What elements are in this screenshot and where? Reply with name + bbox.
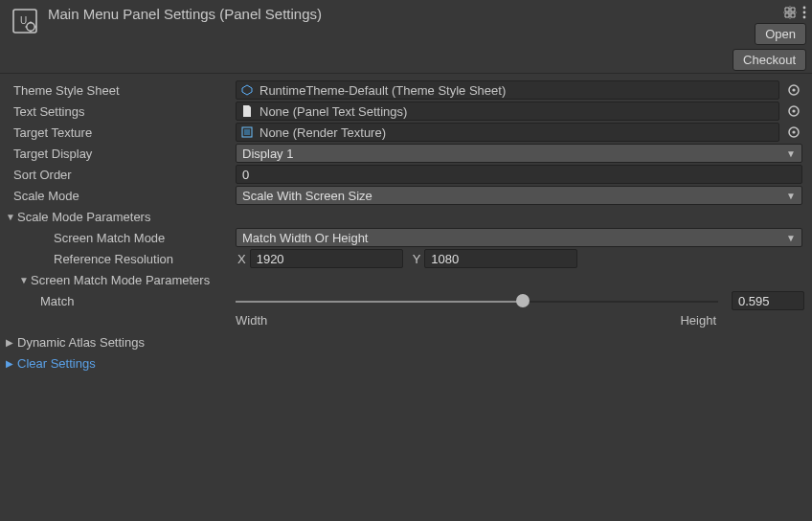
match-slider[interactable] <box>236 292 718 309</box>
inspector-title: Main Menu Panel Settings (Panel Settings… <box>48 4 733 22</box>
target-texture-field[interactable]: None (Render Texture) <box>236 123 779 142</box>
target-display-value: Display 1 <box>242 147 293 161</box>
screen-match-mode-value: Match Width Or Height <box>242 231 369 245</box>
svg-point-3 <box>803 7 806 10</box>
object-picker-icon[interactable] <box>785 124 802 141</box>
open-button[interactable]: Open <box>755 23 806 45</box>
foldout-closed-icon[interactable]: ▶ <box>6 358 15 369</box>
text-settings-value: None (Panel Text Settings) <box>259 104 407 119</box>
target-display-dropdown[interactable]: Display 1 ▼ <box>236 144 802 163</box>
render-texture-icon <box>240 125 254 139</box>
scale-mode-parameters-label: Scale Mode Parameters <box>17 210 150 224</box>
ref-x-input[interactable] <box>250 249 403 268</box>
svg-point-5 <box>803 16 806 19</box>
theme-style-sheet-field[interactable]: RuntimeTheme-Default (Theme Style Sheet) <box>236 80 779 100</box>
svg-point-7 <box>792 88 795 91</box>
match-width-label: Width <box>236 313 267 328</box>
document-icon <box>240 104 254 118</box>
ref-y-input[interactable] <box>424 249 577 268</box>
context-menu-icon[interactable] <box>802 6 806 19</box>
checkout-button[interactable]: Checkout <box>733 49 806 71</box>
target-texture-value: None (Render Texture) <box>259 125 386 140</box>
theme-style-sheet-label: Theme Style Sheet <box>13 83 236 98</box>
match-height-label: Height <box>680 313 716 328</box>
svg-point-9 <box>792 109 795 112</box>
text-settings-label: Text Settings <box>13 104 236 119</box>
target-display-label: Target Display <box>13 147 236 161</box>
object-picker-icon[interactable] <box>785 81 802 99</box>
panel-settings-asset-icon: U <box>8 4 42 38</box>
chevron-down-icon: ▼ <box>786 233 796 243</box>
object-picker-icon[interactable] <box>785 102 802 120</box>
foldout-open-icon[interactable]: ▼ <box>6 212 15 222</box>
svg-point-2 <box>27 23 34 31</box>
match-label: Match <box>40 294 236 308</box>
sort-order-input[interactable] <box>236 165 802 184</box>
text-settings-field[interactable]: None (Panel Text Settings) <box>236 102 779 121</box>
scale-mode-dropdown[interactable]: Scale With Screen Size ▼ <box>236 186 802 205</box>
screen-match-mode-parameters-label: Screen Match Mode Parameters <box>31 273 210 287</box>
inspector-body: Theme Style Sheet RuntimeTheme-Default (… <box>0 74 812 383</box>
scale-mode-label: Scale Mode <box>13 189 236 203</box>
prefab-overrides-icon[interactable] <box>783 6 797 19</box>
match-value-input[interactable] <box>732 291 804 310</box>
clear-settings-label: Clear Settings <box>17 356 96 371</box>
reference-resolution-label: Reference Resolution <box>27 252 236 266</box>
scale-mode-value: Scale With Screen Size <box>242 189 372 203</box>
chevron-down-icon: ▼ <box>786 191 796 201</box>
svg-point-4 <box>803 11 806 14</box>
screen-match-mode-label: Screen Match Mode <box>27 231 236 245</box>
theme-style-sheet-value: RuntimeTheme-Default (Theme Style Sheet) <box>259 83 506 98</box>
svg-point-13 <box>792 130 795 133</box>
sort-order-label: Sort Order <box>13 168 236 182</box>
svg-text:U: U <box>20 15 27 26</box>
dynamic-atlas-settings-label: Dynamic Atlas Settings <box>17 335 145 350</box>
ref-x-label: X <box>236 252 250 266</box>
ref-y-label: Y <box>403 252 425 266</box>
foldout-open-icon[interactable]: ▼ <box>19 275 29 285</box>
svg-rect-11 <box>244 129 250 135</box>
theme-asset-icon <box>240 83 254 97</box>
chevron-down-icon: ▼ <box>786 148 796 159</box>
inspector-header: U Main Menu Panel Settings (Panel Settin… <box>0 0 812 74</box>
target-texture-label: Target Texture <box>13 125 236 140</box>
foldout-closed-icon[interactable]: ▶ <box>6 337 15 348</box>
screen-match-mode-dropdown[interactable]: Match Width Or Height ▼ <box>236 228 802 247</box>
